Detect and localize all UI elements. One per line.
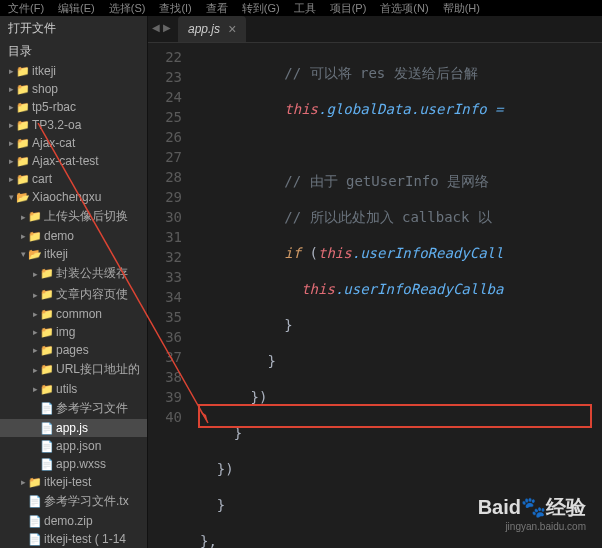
tree-item[interactable]: ▸📁utils <box>0 380 147 398</box>
tree-label: 封装公共缓存 <box>56 265 128 282</box>
tree-label: Ajax-cat-test <box>32 154 99 168</box>
expand-icon: ▸ <box>6 102 16 112</box>
line-number: 23 <box>148 67 182 87</box>
expand-icon: ▸ <box>30 345 40 355</box>
menu-item[interactable]: 编辑(E) <box>58 1 95 16</box>
tree-label: 参考学习文件 <box>56 400 128 417</box>
tree-label: 参考学习文件.tx <box>44 493 129 510</box>
tree-item[interactable]: 📄参考学习文件.tx <box>0 491 147 512</box>
expand-icon: ▸ <box>6 120 16 130</box>
tree-item[interactable]: 📄demo.zip <box>0 512 147 530</box>
menu-item[interactable]: 帮助(H) <box>443 1 480 16</box>
expand-icon: ▸ <box>6 138 16 148</box>
file-icon: 📄 <box>40 422 54 435</box>
file-icon: 📁 <box>16 137 30 150</box>
file-icon: 📂 <box>16 191 30 204</box>
file-icon: 📄 <box>28 533 42 546</box>
close-icon[interactable]: × <box>228 21 236 37</box>
tree-item[interactable]: ▾📂Xiaochengxu <box>0 188 147 206</box>
tree-item[interactable]: ▸📁URL接口地址的 <box>0 359 147 380</box>
tree-item[interactable]: ▸📁封装公共缓存 <box>0 263 147 284</box>
file-icon: 📁 <box>28 210 42 223</box>
line-number: 32 <box>148 247 182 267</box>
file-icon: 📁 <box>16 101 30 114</box>
tree-label: img <box>56 325 75 339</box>
file-icon: 📂 <box>28 248 42 261</box>
tree-label: app.wxss <box>56 457 106 471</box>
menu-item[interactable]: 查找(I) <box>159 1 191 16</box>
tree-item[interactable]: 📄app.json <box>0 437 147 455</box>
tree-label: itkeji <box>44 247 68 261</box>
file-icon: 📁 <box>16 173 30 186</box>
file-icon: 📁 <box>40 308 54 321</box>
file-icon: 📁 <box>16 155 30 168</box>
tree-item[interactable]: ▸📁itkeji <box>0 62 147 80</box>
tree-item[interactable]: ▸📁TP3.2-oa <box>0 116 147 134</box>
tree-item[interactable]: ▸📁itkeji-test <box>0 473 147 491</box>
tree-item[interactable]: 📄app.wxss <box>0 455 147 473</box>
expand-icon: ▸ <box>30 384 40 394</box>
tree-item[interactable]: ▸📁tp5-rbac <box>0 98 147 116</box>
sidebar-title: 目录 <box>0 41 147 62</box>
menu-item[interactable]: 查看 <box>206 1 228 16</box>
tree-item[interactable]: 📄itkeji-test ( 1-14 <box>0 530 147 548</box>
file-icon: 📁 <box>40 383 54 396</box>
editor-area: ◀ ▶ app.js × 222324252627282930313233343… <box>148 16 602 548</box>
file-tree: ▸📁itkeji▸📁shop▸📁tp5-rbac▸📁TP3.2-oa▸📁Ajax… <box>0 62 147 548</box>
line-number: 33 <box>148 267 182 287</box>
tab-nav-arrows[interactable]: ◀ ▶ <box>152 22 171 33</box>
line-number: 39 <box>148 387 182 407</box>
line-number: 31 <box>148 227 182 247</box>
line-number: 40 <box>148 407 182 427</box>
tree-item[interactable]: ▸📁cart <box>0 170 147 188</box>
tree-item[interactable]: ▸📁Ajax-cat <box>0 134 147 152</box>
tab-appjs[interactable]: app.js × <box>178 16 246 42</box>
tree-label: Xiaochengxu <box>32 190 101 204</box>
tree-label: common <box>56 307 102 321</box>
tree-item[interactable]: ▸📁pages <box>0 341 147 359</box>
tree-item[interactable]: ▸📁shop <box>0 80 147 98</box>
expand-icon: ▾ <box>6 192 16 202</box>
line-number: 27 <box>148 147 182 167</box>
tree-item[interactable]: 📄app.js <box>0 419 147 437</box>
tree-label: shop <box>32 82 58 96</box>
expand-icon: ▸ <box>30 365 40 375</box>
tree-item[interactable]: ▸📁Ajax-cat-test <box>0 152 147 170</box>
menu-item[interactable]: 项目(P) <box>330 1 367 16</box>
menubar: 文件(F)编辑(E)选择(S)查找(I)查看转到(G)工具项目(P)首选项(N)… <box>0 0 602 16</box>
tree-label: TP3.2-oa <box>32 118 81 132</box>
expand-icon: ▸ <box>30 290 40 300</box>
file-icon: 📁 <box>40 288 54 301</box>
tree-item[interactable]: ▸📁img <box>0 323 147 341</box>
line-number: 30 <box>148 207 182 227</box>
expand-icon: ▸ <box>18 477 28 487</box>
tree-item[interactable]: ▸📁上传头像后切换 <box>0 206 147 227</box>
menu-item[interactable]: 首选项(N) <box>380 1 428 16</box>
code-area[interactable]: 22232425262728293031323334353637383940 /… <box>148 43 602 548</box>
line-number: 28 <box>148 167 182 187</box>
tree-label: itkeji-test <box>44 475 91 489</box>
tree-item[interactable]: ▾📂itkeji <box>0 245 147 263</box>
tree-label: itkeji-test ( 1-14 <box>44 532 126 546</box>
tree-item[interactable]: 📄参考学习文件 <box>0 398 147 419</box>
menu-item[interactable]: 选择(S) <box>109 1 146 16</box>
file-icon: 📁 <box>40 344 54 357</box>
line-number: 25 <box>148 107 182 127</box>
tree-label: itkeji <box>32 64 56 78</box>
tree-label: app.js <box>56 421 88 435</box>
code[interactable]: // 可以将 res 发送给后台解 this.globalData.userIn… <box>192 43 602 548</box>
file-icon: 📄 <box>28 515 42 528</box>
tree-label: tp5-rbac <box>32 100 76 114</box>
tree-item[interactable]: ▸📁demo <box>0 227 147 245</box>
line-number: 38 <box>148 367 182 387</box>
tree-label: demo <box>44 229 74 243</box>
line-number: 22 <box>148 47 182 67</box>
tree-label: app.json <box>56 439 101 453</box>
menu-item[interactable]: 工具 <box>294 1 316 16</box>
menu-item[interactable]: 文件(F) <box>8 1 44 16</box>
tree-item[interactable]: ▸📁文章内容页使 <box>0 284 147 305</box>
tree-item[interactable]: ▸📁common <box>0 305 147 323</box>
file-icon: 📁 <box>40 326 54 339</box>
menu-item[interactable]: 转到(G) <box>242 1 280 16</box>
tree-label: utils <box>56 382 77 396</box>
